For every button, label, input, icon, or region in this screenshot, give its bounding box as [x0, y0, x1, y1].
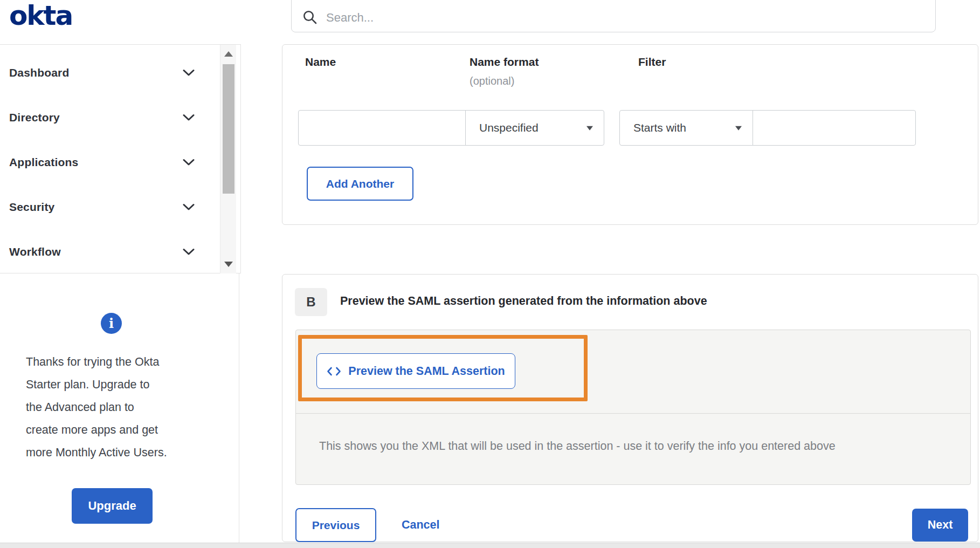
preview-section-title: Preview the SAML assertion generated fro…	[340, 294, 707, 308]
sidebar-item-label: Security	[9, 201, 54, 214]
attribute-name-input[interactable]	[298, 110, 466, 146]
sidebar-divider	[239, 273, 239, 543]
filter-value-input[interactable]	[753, 110, 916, 146]
preview-saml-card: B Preview the SAML assertion generated f…	[282, 274, 978, 542]
preview-panel-top: Preview the SAML Assertion	[296, 330, 970, 414]
name-column-header: Name	[305, 56, 336, 68]
global-search[interactable]	[291, 0, 936, 32]
section-b-badge: B	[295, 288, 327, 316]
sidebar-item-workflow[interactable]: Workflow	[0, 229, 240, 274]
chevron-down-icon	[183, 248, 195, 255]
sidebar-item-label: Workflow	[9, 245, 61, 258]
name-format-column-header: Name format	[470, 56, 539, 68]
previous-button[interactable]: Previous	[295, 508, 376, 542]
sidebar-item-security[interactable]: Security	[0, 184, 240, 229]
name-format-select-value: Unspecified	[479, 121, 539, 134]
preview-note: This shows you the XML that will be used…	[319, 440, 836, 453]
okta-admin-page: okta Dashboard Directory Applications Se…	[0, 0, 980, 548]
chevron-down-icon	[183, 114, 195, 121]
chevron-down-icon	[183, 69, 195, 76]
chevron-down-icon	[183, 203, 195, 210]
filter-type-select[interactable]: Starts with	[619, 110, 753, 146]
name-format-optional-hint: (optional)	[470, 75, 514, 87]
sidebar-item-label: Directory	[9, 111, 60, 124]
sidebar-item-label: Dashboard	[9, 66, 70, 79]
attribute-statements-card: Name Name format (optional) Filter Unspe…	[282, 44, 978, 225]
name-format-select[interactable]: Unspecified	[465, 110, 604, 146]
upgrade-button[interactable]: Upgrade	[72, 488, 153, 524]
info-icon: i	[101, 313, 122, 334]
scroll-down-arrow-icon[interactable]	[224, 262, 233, 267]
chevron-down-icon	[183, 159, 195, 166]
info-glyph: i	[109, 316, 114, 331]
scroll-up-arrow-icon[interactable]	[224, 51, 233, 57]
caret-down-icon	[735, 126, 742, 131]
bottom-edge-strip	[0, 543, 980, 548]
sidebar-scrollbar[interactable]	[220, 45, 236, 273]
caret-down-icon	[586, 126, 593, 131]
scrollbar-thumb[interactable]	[223, 64, 234, 194]
next-button[interactable]: Next	[912, 509, 968, 542]
sidebar-item-dashboard[interactable]: Dashboard	[0, 50, 240, 95]
preview-button-label: Preview the SAML Assertion	[348, 365, 505, 378]
sidebar-item-directory[interactable]: Directory	[0, 95, 240, 140]
search-input[interactable]	[326, 11, 924, 25]
filter-type-select-value: Starts with	[633, 121, 686, 134]
code-icon	[327, 367, 341, 376]
preview-panel: Preview the SAML Assertion This shows yo…	[295, 330, 971, 485]
okta-logo[interactable]: okta	[9, 0, 72, 31]
preview-saml-assertion-button[interactable]: Preview the SAML Assertion	[316, 353, 515, 389]
sidebar-item-label: Applications	[9, 156, 78, 169]
search-icon	[302, 10, 318, 25]
add-another-button[interactable]: Add Another	[307, 167, 413, 201]
sidebar-item-applications[interactable]: Applications	[0, 140, 240, 184]
filter-column-header: Filter	[638, 56, 666, 68]
upsell-text: Thanks for trying the Okta Starter plan.…	[26, 351, 209, 464]
cancel-link[interactable]: Cancel	[402, 508, 440, 542]
sidebar-nav: Dashboard Directory Applications Securit…	[0, 44, 241, 273]
